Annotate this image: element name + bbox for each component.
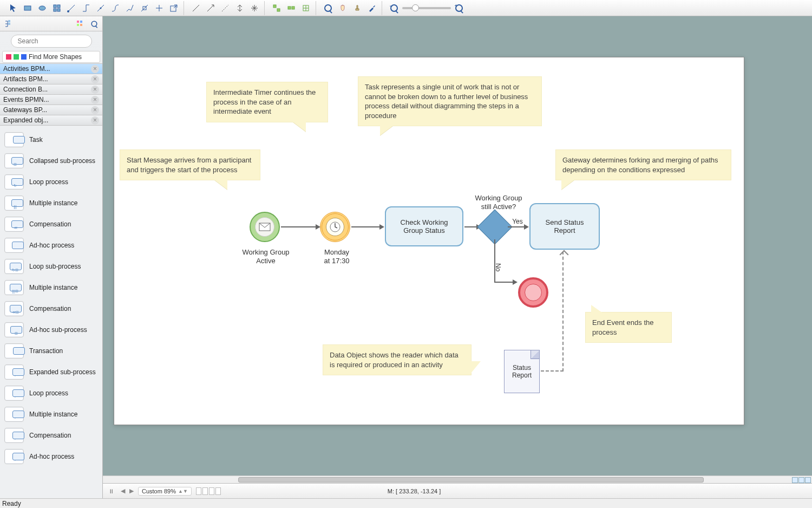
shape-label: Collapsed sub-process bbox=[29, 157, 95, 165]
stencil-row-3[interactable]: Events BPMN...× bbox=[0, 94, 102, 105]
line1-icon[interactable] bbox=[189, 2, 202, 14]
shape-thumb: ||| bbox=[4, 196, 24, 211]
shape-item-2[interactable]: ↻Loop process bbox=[1, 171, 101, 192]
hand-icon[interactable] bbox=[336, 2, 349, 14]
note-start-text: Start Message arrives from a participant… bbox=[127, 156, 251, 174]
flow-1-arrow bbox=[316, 224, 320, 230]
stencil-close-icon[interactable]: × bbox=[91, 86, 99, 94]
shape-item-11[interactable]: ◦Expanded sub-process bbox=[1, 361, 101, 382]
shape-thumb: ◦ bbox=[4, 364, 24, 380]
shape-item-10[interactable]: Transaction bbox=[1, 340, 101, 361]
scrollbar-thumb[interactable] bbox=[238, 477, 704, 483]
end-event[interactable] bbox=[518, 277, 548, 308]
list-view-icon[interactable] bbox=[75, 19, 86, 29]
shape-label: Compensation bbox=[29, 432, 71, 439]
connector6-icon[interactable] bbox=[138, 2, 151, 14]
connector5-icon[interactable] bbox=[123, 2, 136, 14]
shape-item-4[interactable]: ≪Compensation bbox=[1, 213, 101, 235]
note-gateway: Gateway determines forking and merging o… bbox=[555, 149, 731, 180]
svg-rect-20 bbox=[80, 24, 82, 26]
shape-item-3[interactable]: |||Multiple instance bbox=[1, 192, 101, 213]
connector2-icon[interactable] bbox=[80, 2, 93, 14]
arrange3-icon[interactable] bbox=[299, 2, 312, 14]
stencil-row-1[interactable]: Artifacts BPM...× bbox=[0, 74, 102, 84]
shape-item-12[interactable]: ◦Loop process bbox=[1, 382, 101, 403]
diagram-canvas[interactable]: Intermediate Timer continues the process… bbox=[114, 57, 744, 425]
search-container bbox=[0, 31, 102, 51]
find-more-shapes-button[interactable]: Find More Shapes bbox=[2, 51, 100, 63]
start-message-event[interactable] bbox=[250, 212, 280, 242]
task-check-status[interactable]: Check Working Group Status bbox=[385, 206, 463, 246]
assoc-h bbox=[541, 370, 564, 372]
line3-icon[interactable] bbox=[219, 2, 232, 14]
connector1-icon[interactable] bbox=[65, 2, 78, 14]
svg-rect-11 bbox=[277, 9, 280, 11]
shape-item-1[interactable]: ⊞Collapsed sub-process bbox=[1, 150, 101, 171]
shape-label: Loop process bbox=[29, 389, 68, 397]
shape-item-14[interactable]: ◦Compensation bbox=[1, 425, 101, 446]
stencil-close-icon[interactable]: × bbox=[91, 75, 99, 83]
connector3-icon[interactable] bbox=[94, 2, 107, 14]
shape-item-8[interactable]: ≪⊞Compensation bbox=[1, 298, 101, 319]
arrange2-icon[interactable] bbox=[285, 2, 298, 14]
svg-point-7 bbox=[100, 7, 102, 9]
shape-item-6[interactable]: ↻⊞Loop sub-process bbox=[1, 256, 101, 277]
stencil-row-5[interactable]: Expanded obj...× bbox=[0, 115, 102, 126]
stencil-row-2[interactable]: Connection B...× bbox=[0, 84, 102, 95]
shape-label: Multiple instance bbox=[29, 411, 77, 418]
shape-item-13[interactable]: ◦Multiple instance bbox=[1, 403, 101, 425]
stencil-row-0[interactable]: Activities BPM...× bbox=[0, 63, 102, 74]
intermediate-timer-event[interactable]: L bbox=[320, 212, 350, 242]
toolbar-group-arrange bbox=[267, 1, 316, 15]
shape-label: Ad-hoc process bbox=[29, 242, 74, 249]
zoom-level[interactable]: Custom 89% ▲▼ bbox=[138, 487, 192, 496]
shape-item-9[interactable]: ~⊞Ad-hoc sub-process bbox=[1, 319, 101, 340]
layout-mode-icons[interactable] bbox=[196, 487, 221, 495]
zoom-slider[interactable] bbox=[402, 7, 451, 9]
canvas-scroll[interactable]: Intermediate Timer continues the process… bbox=[103, 16, 812, 476]
search-input-wrap[interactable] bbox=[11, 35, 92, 48]
data-object[interactable]: StatusReport bbox=[504, 350, 540, 393]
doc-label: StatusReport bbox=[512, 364, 532, 379]
zoom-out-icon[interactable]: − bbox=[388, 2, 401, 14]
line2-icon[interactable] bbox=[204, 2, 217, 14]
shape-item-15[interactable]: ◦Ad-hoc process bbox=[1, 446, 101, 467]
search-input[interactable] bbox=[18, 37, 99, 45]
eyedropper-icon[interactable] bbox=[365, 2, 378, 14]
zoom-icon[interactable] bbox=[322, 2, 335, 14]
stencil-close-icon[interactable]: × bbox=[91, 116, 99, 125]
shape-thumb: ≪ bbox=[4, 217, 24, 232]
tree-view-icon[interactable] bbox=[3, 19, 14, 29]
task-send-report[interactable]: Send Status Report bbox=[529, 203, 600, 250]
ellipse-icon[interactable] bbox=[36, 2, 49, 14]
line4-icon[interactable] bbox=[233, 2, 246, 14]
stencil-close-icon[interactable]: × bbox=[91, 106, 99, 114]
pointer-icon[interactable] bbox=[6, 2, 19, 14]
nav-prev-icon[interactable]: ◀ bbox=[121, 487, 125, 494]
zoom-in-icon[interactable]: + bbox=[453, 2, 466, 14]
shape-item-0[interactable]: Task bbox=[1, 129, 101, 150]
export-icon[interactable] bbox=[167, 2, 180, 14]
stamp-icon[interactable] bbox=[351, 2, 364, 14]
svg-rect-13 bbox=[292, 6, 294, 9]
svg-text:L: L bbox=[335, 223, 336, 226]
stencil-close-icon[interactable]: × bbox=[91, 65, 99, 73]
connector4-icon[interactable] bbox=[109, 2, 122, 14]
grid-icon[interactable] bbox=[50, 2, 63, 14]
stencil-row-4[interactable]: Gateways BP...× bbox=[0, 105, 102, 115]
stencil-label: Activities BPM... bbox=[3, 65, 50, 73]
line5-icon[interactable] bbox=[248, 2, 261, 14]
rectangle-icon[interactable] bbox=[21, 2, 34, 14]
shape-item-7[interactable]: |||⊞Multiple instance bbox=[1, 277, 101, 298]
note-end: End Event ends the process bbox=[585, 312, 672, 343]
page-navigator[interactable] bbox=[792, 477, 811, 483]
shape-item-5[interactable]: ~Ad-hoc process bbox=[1, 235, 101, 256]
nav-next-icon[interactable]: ▶ bbox=[129, 487, 134, 494]
search-tab-icon[interactable] bbox=[89, 19, 100, 29]
arrange1-icon[interactable] bbox=[270, 2, 283, 14]
pause-icon[interactable]: ⏸ bbox=[106, 488, 116, 494]
connector7-icon[interactable] bbox=[153, 2, 166, 14]
note-end-text: End Event ends the process bbox=[592, 318, 653, 336]
stencil-close-icon[interactable]: × bbox=[91, 96, 99, 104]
horizontal-scrollbar[interactable] bbox=[103, 476, 812, 483]
